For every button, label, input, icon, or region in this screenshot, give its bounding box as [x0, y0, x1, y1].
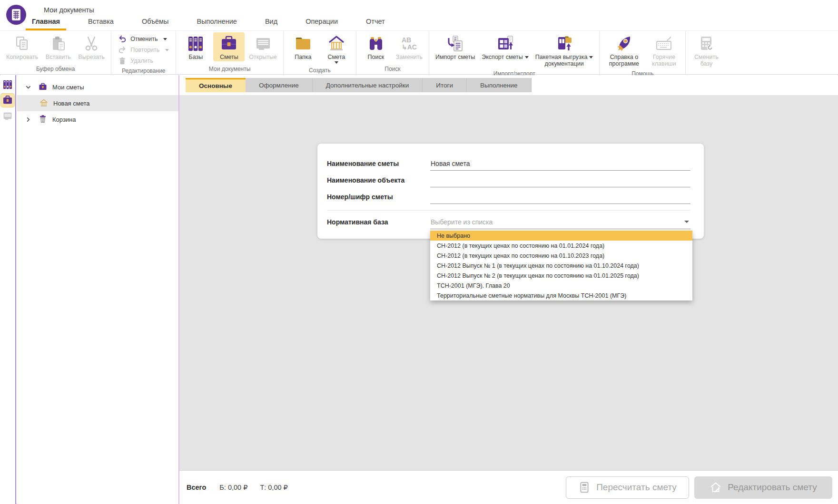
menu-tab-volumes[interactable]: Объёмы — [136, 15, 175, 30]
import-icon — [446, 34, 465, 54]
dropdown-option[interactable]: Не выбрано — [430, 231, 692, 241]
normative-base-dropdown: Не выбрано СН-2012 (в текущих ценах по с… — [430, 231, 692, 300]
replace-button[interactable]: AB↳AC Заменить — [394, 32, 425, 61]
strip-opened-button[interactable] — [1, 109, 14, 123]
tab-main[interactable]: Основные — [186, 78, 246, 92]
batch-export-caret-icon[interactable] — [589, 56, 593, 58]
tab-additional-settings[interactable]: Дополнительные настройки — [313, 78, 423, 92]
object-name-input[interactable] — [430, 176, 690, 187]
strip-bases-button[interactable] — [1, 78, 14, 91]
new-folder-button[interactable]: Папка — [287, 32, 319, 61]
export-caret-icon[interactable] — [525, 56, 529, 58]
tab-execution[interactable]: Выполнение — [467, 78, 532, 92]
chevron-right-icon[interactable] — [25, 116, 31, 123]
group-label-clipboard: Буфер обмена — [4, 63, 107, 74]
select-chevron-icon[interactable] — [684, 220, 690, 224]
batch-export-button[interactable]: Пакетная выгрузкадокументации — [533, 32, 596, 68]
sidebar-tree: Мои сметы Новая смета Корзина — [17, 75, 178, 504]
new-estimate-caret-icon[interactable] — [335, 61, 338, 64]
binoculars-icon — [366, 34, 385, 54]
recalculate-estimate-button[interactable]: Пересчитать смету — [566, 476, 689, 499]
total-label: Всего — [187, 484, 206, 491]
object-name-label: Наименование объекта — [327, 176, 430, 187]
ribbon-filler — [727, 31, 838, 74]
new-estimate-button[interactable]: Смета — [321, 32, 352, 65]
copy-button[interactable]: Копировать — [4, 32, 40, 61]
edit-estimate-label: Редактировать смету — [728, 482, 817, 493]
content-area: Наименование сметы Наименование объекта … — [179, 95, 838, 470]
delete-button[interactable]: Удалить — [118, 57, 169, 65]
group-label-create: Создать — [287, 65, 352, 76]
undo-button[interactable]: Отменить — [118, 35, 169, 43]
estimate-name-label: Наименование сметы — [327, 160, 430, 171]
paste-button[interactable]: Вставить — [42, 32, 74, 61]
paste-icon — [49, 34, 68, 54]
opened-documents-icon — [254, 34, 273, 54]
dropdown-option[interactable]: СН-2012 Выпуск № 2 (в текущих ценах по с… — [430, 271, 692, 281]
ribbon-group-search: Поиск AB↳AC Заменить Поиск — [356, 31, 429, 74]
group-label-documents: Мои документы — [180, 63, 279, 74]
window-title: Мои документы — [44, 6, 94, 14]
import-estimate-button[interactable]: Импорт сметы — [433, 32, 477, 61]
menu-tab-report[interactable]: Отчет — [360, 15, 391, 30]
opened-button[interactable]: Открытые — [246, 32, 279, 61]
hotkeys-button[interactable]: Горячие клавиши — [646, 32, 681, 68]
menu-tab-view[interactable]: Вид — [259, 15, 284, 30]
trash-icon — [118, 57, 127, 65]
briefcase-mini-icon — [2, 95, 13, 106]
strip-estimates-button[interactable] — [1, 94, 14, 107]
menu-tab-operations[interactable]: Операции — [299, 15, 344, 30]
tab-totals[interactable]: Итоги — [423, 78, 467, 92]
estimates-button[interactable]: Сметы — [213, 32, 245, 61]
menu-tabs: Главная Вставка Объёмы Выполнение Вид Оп… — [26, 15, 407, 30]
binders-icon — [186, 34, 205, 54]
dropdown-option[interactable]: ТСН-2001 (МГЭ). Глава 20 — [430, 281, 692, 291]
dropdown-option[interactable]: СН-2012 (в текущих ценах по состоянию на… — [430, 251, 692, 261]
dropdown-option[interactable]: СН-2012 (в текущих ценах по состоянию на… — [430, 241, 692, 251]
about-button[interactable]: Справка о программе — [603, 32, 644, 68]
tree-item-my-estimates[interactable]: Мои сметы — [17, 79, 178, 95]
tree-item-trash[interactable]: Корзина — [17, 111, 178, 127]
tree-item-new-estimate[interactable]: Новая смета — [17, 95, 178, 111]
export-icon — [496, 34, 515, 54]
estimate-number-input[interactable] — [430, 193, 690, 204]
ribbon-group-documents: Базы Сметы Открытые Мои документы — [176, 31, 284, 74]
normative-base-select[interactable]: Выберите из списка — [430, 218, 690, 229]
ribbon-group-editing: Отменить Повторить Удалить Редактировани… — [111, 31, 176, 74]
bases-button[interactable]: Базы — [180, 32, 211, 61]
dropdown-option[interactable]: СН-2012 Выпуск № 1 (в текущих ценах по с… — [430, 261, 692, 271]
briefcase-icon — [219, 34, 238, 54]
group-label-search: Поиск — [360, 63, 425, 74]
ribbon-group-import-export: Импорт сметы Экспорт сметы Пакетная выгр… — [429, 31, 600, 74]
redo-icon — [118, 46, 127, 54]
change-base-button[interactable]: Сменить базу — [690, 32, 723, 68]
app-logo-icon[interactable] — [6, 4, 27, 25]
binders-mini-icon — [2, 79, 13, 90]
cut-button[interactable]: Вырезать — [76, 32, 107, 61]
total-base-value: Б: 0,00 ₽ — [219, 484, 247, 491]
tab-appearance[interactable]: Оформление — [246, 78, 313, 92]
left-icon-strip — [0, 75, 16, 504]
ribbon-group-change-base: Сменить базу — [686, 31, 727, 74]
search-button[interactable]: Поиск — [360, 32, 392, 61]
estimate-name-input[interactable] — [430, 160, 690, 171]
recalculate-estimate-label: Пересчитать смету — [596, 482, 677, 493]
folder-icon — [294, 34, 313, 54]
dropdown-option[interactable]: Территориальные сметные нормативы для Мо… — [430, 291, 692, 300]
menu-tab-execution[interactable]: Выполнение — [191, 15, 243, 30]
menu-tab-main[interactable]: Главная — [26, 15, 66, 30]
redo-caret-icon[interactable] — [165, 49, 169, 51]
chevron-down-icon[interactable] — [25, 84, 31, 90]
edit-estimate-button[interactable]: Редактировать смету — [694, 476, 832, 499]
export-estimate-button[interactable]: Экспорт сметы — [479, 32, 531, 61]
menu-tab-insert[interactable]: Вставка — [82, 15, 120, 30]
redo-button[interactable]: Повторить — [118, 46, 169, 54]
house-icon — [327, 34, 346, 54]
tree-item-label: Корзина — [52, 116, 76, 123]
normative-base-label: Нормативная база — [327, 218, 430, 229]
undo-caret-icon[interactable] — [163, 38, 167, 40]
calculator-icon — [578, 481, 591, 494]
house-small-icon — [39, 98, 49, 108]
redo-label: Повторить — [130, 47, 159, 53]
keyboard-icon — [654, 34, 673, 54]
